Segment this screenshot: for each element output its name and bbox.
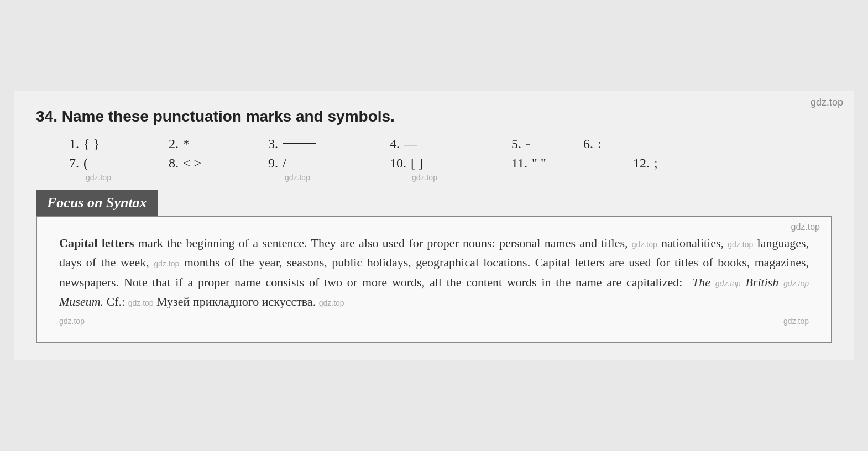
watermark-row2-1: gdz.top bbox=[86, 173, 111, 182]
watermark-inline-6: gdz.top bbox=[128, 298, 154, 307]
symbol-item-8: 8. < > bbox=[169, 156, 268, 171]
symbol-item-12: 12. ; bbox=[633, 156, 733, 171]
symbol-val-6: : bbox=[598, 137, 602, 151]
symbol-item-11: 11. " " bbox=[511, 156, 633, 171]
symbols-row-2: 7. ( gdz.top 8. < > 9. / gdz.top 10. [ ]… bbox=[69, 156, 832, 171]
symbol-val-1: { } bbox=[83, 137, 100, 151]
focus-italic-example: The gdz.top British gdz.top Museum. bbox=[59, 275, 809, 308]
symbol-num-12: 12. bbox=[633, 156, 650, 171]
watermark-row2-2: gdz.top bbox=[285, 173, 310, 182]
symbol-item-1: 1. { } bbox=[69, 137, 169, 151]
exercise-number: 34. bbox=[36, 108, 57, 125]
focus-bold-term: Capital letters bbox=[59, 236, 134, 250]
symbol-item-6: 6. : bbox=[583, 137, 655, 151]
symbol-val-9: / bbox=[283, 156, 286, 171]
watermark-bottom-left: gdz.top bbox=[59, 317, 85, 326]
symbol-item-2: 2. * bbox=[169, 137, 268, 151]
symbol-item-9: 9. / gdz.top bbox=[268, 156, 390, 171]
watermark-focus-tr: gdz.top bbox=[791, 222, 820, 232]
focus-header: Focus on Syntax bbox=[36, 190, 158, 216]
symbols-grid: 1. { } 2. * 3. 4. — 5. - 6. : bbox=[36, 137, 832, 171]
exercise-title: 34. Name these punctuation marks and sym… bbox=[36, 108, 832, 125]
symbol-num-5: 5. bbox=[511, 137, 521, 151]
symbol-num-4: 4. bbox=[390, 137, 400, 151]
symbol-val-7: ( bbox=[83, 156, 88, 171]
symbol-num-1: 1. bbox=[69, 137, 79, 151]
symbol-item-3: 3. bbox=[268, 137, 390, 151]
symbol-num-2: 2. bbox=[169, 137, 179, 151]
symbol-val-11: " " bbox=[532, 156, 546, 171]
watermark-top-right: gdz.top bbox=[811, 97, 843, 108]
symbol-num-9: 9. bbox=[268, 156, 278, 171]
watermark-inline-3: gdz.top bbox=[154, 259, 179, 268]
symbol-num-10: 10. bbox=[390, 156, 406, 171]
watermark-inline-5: gdz.top bbox=[783, 279, 809, 288]
symbol-num-8: 8. bbox=[169, 156, 179, 171]
symbol-item-7: 7. ( gdz.top bbox=[69, 156, 169, 171]
symbol-num-11: 11. bbox=[511, 156, 527, 171]
focus-paragraph: Capital letters mark the beginning of a … bbox=[59, 233, 809, 311]
symbol-item-5: 5. - bbox=[511, 137, 583, 151]
symbol-val-3 bbox=[283, 143, 316, 144]
page-container: gdz.top 34. Name these punctuation marks… bbox=[14, 91, 854, 360]
symbol-val-8: < > bbox=[183, 156, 201, 171]
exercise-title-text: Name these punctuation marks and symbols… bbox=[62, 108, 395, 125]
symbol-item-10: 10. [ ] gdz.top bbox=[390, 156, 511, 171]
symbol-val-5: - bbox=[526, 137, 530, 151]
symbols-row-1: 1. { } 2. * 3. 4. — 5. - 6. : bbox=[69, 137, 832, 151]
symbol-num-7: 7. bbox=[69, 156, 79, 171]
watermark-row2-3: gdz.top bbox=[412, 173, 437, 182]
watermark-bottom-mid: gdz.top bbox=[783, 317, 809, 326]
symbol-num-3: 3. bbox=[268, 137, 278, 151]
watermark-inline-4: gdz.top bbox=[715, 279, 741, 288]
symbol-item-4: 4. — bbox=[390, 137, 511, 151]
focus-box: gdz.top Capital letters mark the beginni… bbox=[36, 216, 832, 343]
focus-section: Focus on Syntax gdz.top Capital letters … bbox=[36, 190, 832, 343]
focus-bottom-watermarks: gdz.top gdz.top bbox=[59, 317, 809, 326]
symbol-num-6: 6. bbox=[583, 137, 593, 151]
watermark-inline-2: gdz.top bbox=[728, 240, 753, 249]
symbol-val-10: [ ] bbox=[411, 156, 423, 171]
symbol-val-2: * bbox=[183, 137, 190, 151]
watermark-inline-1: gdz.top bbox=[632, 240, 657, 249]
focus-header-text: Focus on Syntax bbox=[47, 195, 147, 211]
symbol-val-12: ; bbox=[654, 156, 658, 171]
watermark-inline-7: gdz.top bbox=[319, 298, 344, 307]
symbol-val-4: — bbox=[404, 137, 417, 151]
